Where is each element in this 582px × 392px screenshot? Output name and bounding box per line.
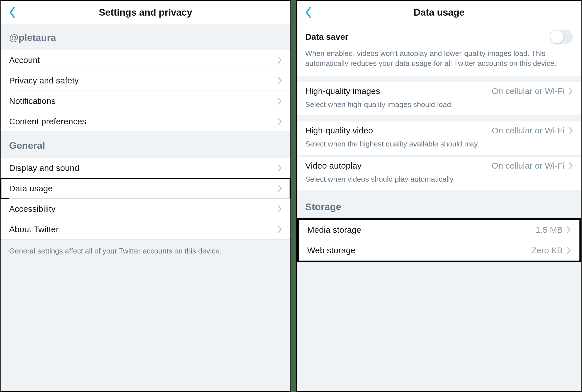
- video-autoplay-block: Video autoplay On cellular or Wi-Fi: [297, 156, 581, 175]
- general-footer-note: General settings affect all of your Twit…: [1, 240, 290, 266]
- toggle-knob: [550, 30, 563, 43]
- chevron-right-icon: [278, 164, 282, 172]
- back-button[interactable]: [6, 6, 19, 19]
- row-media-storage[interactable]: Media storage 1.5 MB: [299, 220, 579, 240]
- row-hq-video[interactable]: High-quality video On cellular or Wi-Fi: [297, 121, 581, 140]
- storage-highlight-box: Media storage 1.5 MB Web storage Zero KB: [297, 218, 581, 262]
- row-label: Account: [9, 55, 40, 65]
- user-handle-header: @pletaura: [1, 24, 290, 50]
- chevron-right-icon: [278, 77, 282, 84]
- row-notifications[interactable]: Notifications: [1, 91, 290, 111]
- row-content-preferences[interactable]: Content preferences: [1, 111, 290, 132]
- row-about-twitter[interactable]: About Twitter: [1, 219, 290, 240]
- chevron-right-icon: [569, 127, 573, 134]
- hq-images-note: Select when high-quality images should l…: [297, 100, 581, 115]
- video-autoplay-note: Select when videos should play automatic…: [297, 175, 581, 190]
- account-group: Account Privacy and safety Notifications…: [1, 50, 290, 132]
- row-display-sound[interactable]: Display and sound: [1, 158, 290, 178]
- row-video-autoplay[interactable]: Video autoplay On cellular or Wi-Fi: [297, 157, 581, 175]
- chevron-right-icon: [278, 97, 282, 105]
- section-gap: [297, 76, 581, 82]
- chevron-right-icon: [278, 226, 282, 233]
- row-label: Media storage: [307, 225, 361, 235]
- chevron-right-icon: [278, 118, 282, 125]
- row-label: High-quality images: [305, 86, 380, 96]
- hq-video-note: Select when the highest quality availabl…: [297, 140, 581, 155]
- general-header: General: [1, 132, 290, 158]
- chevron-right-icon: [567, 247, 571, 254]
- row-label: High-quality video: [305, 126, 373, 135]
- row-account[interactable]: Account: [1, 50, 290, 70]
- row-value: On cellular or Wi-Fi: [492, 161, 565, 171]
- navbar-data-usage: Data usage: [297, 1, 581, 24]
- chevron-right-icon: [278, 185, 282, 192]
- row-label: Web storage: [307, 246, 356, 255]
- data-saver-note: When enabled, videos won’t autoplay and …: [297, 46, 581, 76]
- row-value: On cellular or Wi-Fi: [492, 86, 565, 96]
- row-label: Content preferences: [9, 117, 86, 126]
- row-label: Data usage: [9, 184, 53, 193]
- row-value: Zero KB: [531, 246, 563, 255]
- hq-images-block: High-quality images On cellular or Wi-Fi: [297, 82, 581, 100]
- row-privacy-safety[interactable]: Privacy and safety: [1, 70, 290, 91]
- row-value: 1.5 MB: [536, 225, 563, 235]
- row-data-usage[interactable]: Data usage: [1, 178, 290, 199]
- row-accessibility[interactable]: Accessibility: [1, 199, 290, 219]
- row-label: About Twitter: [9, 225, 59, 234]
- page-title: Settings and privacy: [99, 7, 192, 18]
- hq-video-block: High-quality video On cellular or Wi-Fi: [297, 121, 581, 140]
- navbar-settings: Settings and privacy: [1, 1, 290, 24]
- data-saver-label: Data saver: [305, 32, 348, 42]
- chevron-right-icon: [278, 205, 282, 213]
- back-button[interactable]: [302, 6, 315, 19]
- settings-pane: Settings and privacy @pletaura Account P…: [0, 0, 291, 392]
- row-hq-images[interactable]: High-quality images On cellular or Wi-Fi: [297, 82, 581, 100]
- chevron-right-icon: [567, 226, 571, 234]
- row-web-storage[interactable]: Web storage Zero KB: [299, 240, 579, 261]
- general-group: Display and sound Data usage Accessibili…: [1, 158, 290, 240]
- row-value: On cellular or Wi-Fi: [492, 126, 565, 135]
- chevron-right-icon: [278, 56, 282, 64]
- chevron-left-icon: [305, 7, 312, 18]
- page-title: Data usage: [413, 7, 464, 18]
- row-label: Display and sound: [9, 163, 79, 173]
- storage-header: Storage: [297, 190, 581, 219]
- row-label: Accessibility: [9, 204, 55, 214]
- chevron-left-icon: [9, 7, 16, 18]
- chevron-right-icon: [569, 162, 573, 169]
- section-gap: [297, 115, 581, 121]
- data-saver-toggle[interactable]: [550, 30, 573, 44]
- chevron-right-icon: [569, 87, 573, 95]
- data-usage-pane: Data usage Data saver When enabled, vide…: [296, 0, 582, 392]
- row-data-saver: Data saver: [297, 24, 581, 46]
- row-label: Video autoplay: [305, 161, 361, 171]
- row-label: Privacy and safety: [9, 76, 79, 85]
- row-label: Notifications: [9, 96, 55, 106]
